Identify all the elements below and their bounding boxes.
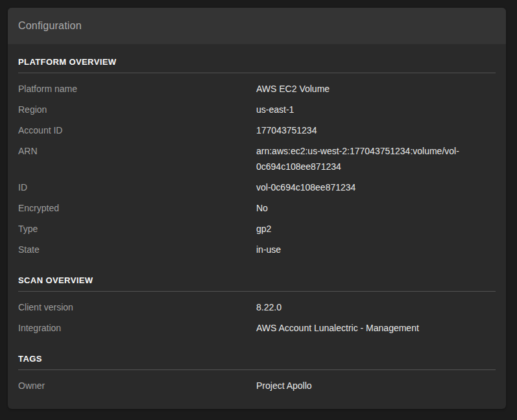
- row-value: Project Apollo: [256, 378, 496, 393]
- panel-header: Configuration: [8, 8, 506, 44]
- config-section: PLATFORM OVERVIEW Platform name AWS EC2 …: [18, 57, 496, 260]
- row-label: Integration: [18, 320, 256, 336]
- config-row: Encrypted No: [18, 198, 496, 218]
- row-value: AWS Account Lunalectric - Management: [256, 320, 496, 336]
- section-title: SCAN OVERVIEW: [18, 275, 496, 286]
- row-value: No: [256, 200, 496, 216]
- panel-body: PLATFORM OVERVIEW Platform name AWS EC2 …: [8, 44, 506, 409]
- panel-title: Configuration: [18, 20, 82, 32]
- row-label: Platform name: [18, 81, 256, 97]
- config-row: ARN arn:aws:ec2:us-west-2:177043751234:v…: [18, 141, 496, 177]
- section-title: PLATFORM OVERVIEW: [18, 57, 496, 67]
- section-divider: [18, 291, 496, 292]
- section-divider: [18, 73, 496, 73]
- config-row: Platform name AWS EC2 Volume: [18, 78, 496, 99]
- row-label: Client version: [18, 299, 256, 315]
- row-value: vol-0c694c108ee871234: [256, 180, 496, 195]
- row-label: Region: [18, 102, 256, 117]
- config-row: Account ID 177043751234: [18, 120, 496, 141]
- config-row: Client version 8.22.0: [18, 297, 496, 318]
- row-value: gp2: [256, 221, 496, 237]
- config-row: State in-use: [18, 239, 496, 260]
- section-rows: Owner Project Apollo: [18, 375, 496, 396]
- section-rows: Client version 8.22.0 Integration AWS Ac…: [18, 297, 496, 338]
- row-label: Account ID: [18, 122, 256, 138]
- row-value: 8.22.0: [256, 299, 496, 315]
- section-title: TAGS: [18, 354, 496, 364]
- row-label: Owner: [18, 378, 256, 393]
- row-value: in-use: [256, 242, 496, 257]
- config-row: Region us-east-1: [18, 99, 496, 120]
- config-row: Type gp2: [18, 218, 496, 239]
- config-section: SCAN OVERVIEW Client version 8.22.0 Inte…: [18, 275, 496, 338]
- row-value: arn:aws:ec2:us-west-2:177043751234:volum…: [256, 143, 496, 174]
- section-divider: [18, 369, 496, 370]
- config-section: TAGS Owner Project Apollo: [18, 354, 496, 396]
- row-label: ARN: [18, 143, 256, 174]
- row-label: ID: [18, 180, 256, 195]
- config-row: Owner Project Apollo: [18, 375, 496, 396]
- row-label: Type: [18, 221, 256, 237]
- row-label: Encrypted: [18, 200, 256, 216]
- row-label: State: [18, 242, 256, 257]
- section-rows: Platform name AWS EC2 Volume Region us-e…: [18, 78, 496, 260]
- config-row: ID vol-0c694c108ee871234: [18, 177, 496, 198]
- row-value: 177043751234: [256, 122, 496, 138]
- row-value: us-east-1: [256, 102, 496, 117]
- configuration-panel: Configuration PLATFORM OVERVIEW Platform…: [8, 8, 506, 409]
- row-value: AWS EC2 Volume: [256, 81, 496, 97]
- config-row: Integration AWS Account Lunalectric - Ma…: [18, 318, 496, 338]
